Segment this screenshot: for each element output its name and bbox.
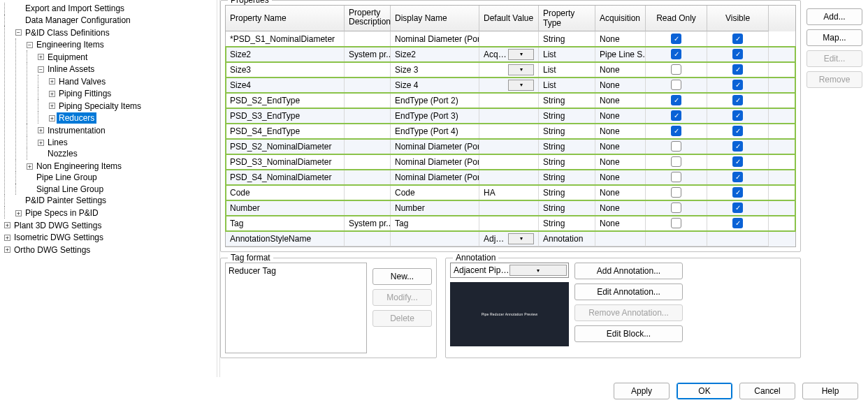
cell-visible[interactable]: ✓ bbox=[707, 216, 769, 231]
checkbox-icon[interactable]: ✓ bbox=[732, 218, 743, 228]
table-row[interactable]: Size4Size 4▾ListNone✓ bbox=[226, 78, 795, 93]
cell-property-type[interactable]: List bbox=[539, 62, 595, 78]
cell-display-name[interactable]: EndType (Port 4) bbox=[391, 124, 479, 139]
checkbox-icon[interactable]: ✓ bbox=[732, 49, 743, 59]
checkbox-icon[interactable]: ✓ bbox=[671, 34, 681, 44]
tree-instrumentation[interactable]: Instrumentation bbox=[45, 125, 108, 136]
tree-nozzles[interactable]: Nozzles bbox=[45, 148, 80, 159]
checkbox-icon[interactable]: ✓ bbox=[732, 172, 743, 182]
cell-property-name[interactable]: *PSD_S1_NominalDiameter bbox=[226, 31, 345, 47]
checkbox-icon[interactable]: ✓ bbox=[732, 95, 743, 105]
checkbox-icon[interactable]: ✓ bbox=[732, 141, 743, 152]
checkbox-icon[interactable] bbox=[671, 172, 681, 182]
checkbox-icon[interactable]: ✓ bbox=[732, 156, 743, 167]
cell-property-type[interactable]: String bbox=[539, 31, 595, 47]
checkbox-icon[interactable] bbox=[671, 64, 681, 75]
table-row[interactable]: NumberNumberStringNone✓ bbox=[226, 200, 795, 216]
cell-read-only[interactable]: ✓ bbox=[646, 31, 707, 47]
cell-property-name[interactable]: PSD_S4_NominalDiameter bbox=[226, 170, 345, 185]
cell-property-name[interactable]: Code bbox=[226, 185, 345, 200]
cell-acquisition[interactable]: None bbox=[595, 78, 646, 93]
col-read-only[interactable]: Read Only bbox=[646, 6, 707, 31]
cell-read-only[interactable]: ✓ bbox=[646, 124, 707, 139]
checkbox-icon[interactable]: ✓ bbox=[732, 64, 743, 75]
checkbox-icon[interactable]: ✓ bbox=[732, 110, 743, 121]
checkbox-icon[interactable]: ✓ bbox=[671, 126, 681, 136]
cell-property-desc[interactable] bbox=[345, 93, 391, 108]
cell-read-only[interactable] bbox=[646, 185, 707, 200]
col-acquisition[interactable]: Acquisition bbox=[595, 6, 646, 31]
cell-default-value[interactable] bbox=[479, 93, 539, 108]
cell-visible[interactable]: ✓ bbox=[707, 124, 769, 139]
tree-lines[interactable]: Lines bbox=[45, 137, 70, 148]
cell-display-name[interactable]: Nominal Diameter (Port 2) bbox=[391, 139, 479, 154]
tag-new-button[interactable]: New... bbox=[372, 268, 432, 285]
cell-display-name[interactable]: EndType (Port 2) bbox=[391, 93, 479, 108]
expander-icon[interactable]: − bbox=[15, 29, 22, 36]
cell-display-name[interactable]: Size 3 bbox=[391, 62, 479, 78]
cell-property-type[interactable]: String bbox=[539, 93, 595, 108]
cell-visible[interactable]: ✓ bbox=[707, 47, 769, 62]
cell-display-name[interactable]: Size2 bbox=[391, 47, 479, 62]
tree-eng-items[interactable]: Engineering Items bbox=[34, 39, 106, 50]
cell-property-type[interactable]: String bbox=[539, 216, 595, 231]
tree-non-eng[interactable]: Non Engineering Items bbox=[34, 161, 124, 172]
expander-icon[interactable]: − bbox=[38, 66, 44, 73]
checkbox-icon[interactable] bbox=[671, 156, 681, 167]
cell-property-type[interactable]: String bbox=[539, 170, 595, 185]
cell-read-only[interactable]: ✓ bbox=[646, 47, 707, 62]
cancel-button[interactable]: Cancel bbox=[739, 383, 795, 399]
cell-property-desc[interactable] bbox=[345, 62, 391, 78]
cell-property-name[interactable]: PSD_S4_EndType bbox=[226, 124, 345, 139]
checkbox-icon[interactable]: ✓ bbox=[671, 49, 681, 59]
cell-display-name[interactable] bbox=[391, 231, 479, 246]
checkbox-icon[interactable] bbox=[671, 187, 681, 198]
cell-default-value[interactable] bbox=[479, 216, 539, 231]
cell-property-desc[interactable] bbox=[345, 139, 391, 154]
col-visible[interactable]: Visible bbox=[707, 6, 769, 31]
cell-read-only[interactable] bbox=[646, 231, 707, 246]
cell-display-name[interactable]: Nominal Diameter (Port 3) bbox=[391, 154, 479, 170]
col-display-name[interactable]: Display Name bbox=[391, 6, 479, 31]
table-row[interactable]: PSD_S2_NominalDiameterNominal Diameter (… bbox=[226, 139, 795, 154]
cell-property-desc[interactable] bbox=[345, 124, 391, 139]
checkbox-icon[interactable]: ✓ bbox=[732, 80, 743, 90]
chevron-down-icon[interactable]: ▾ bbox=[508, 233, 534, 244]
cell-acquisition[interactable]: None bbox=[595, 185, 646, 200]
cell-default-value[interactable]: ▾ bbox=[479, 78, 539, 93]
cell-property-desc[interactable] bbox=[345, 78, 391, 93]
checkbox-icon[interactable]: ✓ bbox=[671, 110, 681, 121]
checkbox-icon[interactable]: ✓ bbox=[732, 126, 743, 136]
table-row[interactable]: PSD_S4_EndTypeEndType (Port 4)StringNone… bbox=[226, 124, 795, 139]
cell-property-name[interactable]: PSD_S3_EndType bbox=[226, 108, 345, 124]
cell-acquisition[interactable]: Pipe Line S... bbox=[595, 47, 646, 62]
cell-default-value[interactable] bbox=[479, 154, 539, 170]
cell-read-only[interactable] bbox=[646, 154, 707, 170]
cell-default-value[interactable] bbox=[479, 108, 539, 124]
cell-default-value[interactable]: ▾ bbox=[479, 62, 539, 78]
tree-pipe-line-group[interactable]: Pipe Line Group bbox=[34, 172, 99, 183]
expander-icon[interactable]: + bbox=[49, 91, 55, 97]
table-row[interactable]: PSD_S2_EndTypeEndType (Port 2)StringNone… bbox=[226, 93, 795, 108]
tree-reducers[interactable]: Reducers bbox=[57, 112, 96, 124]
checkbox-icon[interactable] bbox=[671, 141, 681, 152]
cell-property-name[interactable]: PSD_S3_NominalDiameter bbox=[226, 154, 345, 170]
cell-default-value[interactable] bbox=[479, 124, 539, 139]
tree-signal-line-group[interactable]: Signal Line Group bbox=[34, 184, 106, 195]
help-button[interactable]: Help bbox=[802, 383, 858, 399]
expander-icon[interactable]: + bbox=[38, 127, 44, 133]
properties-grid[interactable]: Property Name Property Description Displ… bbox=[225, 5, 796, 247]
tree-data-manager[interactable]: Data Manager Configuration bbox=[23, 15, 133, 26]
expander-icon[interactable]: + bbox=[4, 222, 10, 228]
expander-icon[interactable]: + bbox=[4, 246, 10, 253]
cell-display-name[interactable]: EndType (Port 3) bbox=[391, 108, 479, 124]
nav-tree[interactable]: Export and Import Settings Data Manager … bbox=[0, 0, 217, 377]
tree-pid-painter[interactable]: P&ID Painter Settings bbox=[23, 195, 108, 206]
cell-property-name[interactable]: AnnotationStyleName bbox=[226, 231, 345, 246]
tree-export-import[interactable]: Export and Import Settings bbox=[23, 3, 126, 14]
cell-display-name[interactable]: Code bbox=[391, 185, 479, 200]
tag-format-item[interactable]: Reducer Tag bbox=[229, 266, 363, 276]
cell-acquisition[interactable]: None bbox=[595, 62, 646, 78]
expander-icon[interactable]: + bbox=[38, 140, 44, 146]
cell-property-type[interactable]: List bbox=[539, 78, 595, 93]
